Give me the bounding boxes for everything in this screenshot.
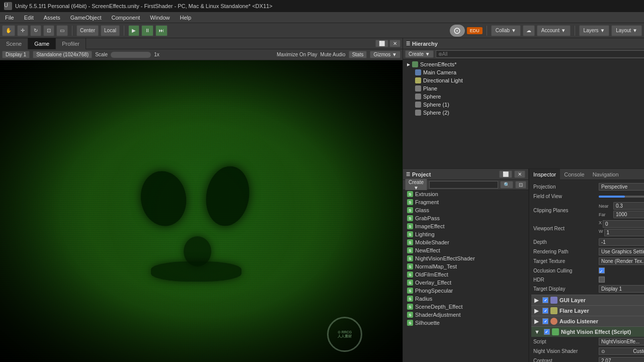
menubar: File Edit Assets GameObject Component Wi… bbox=[0, 12, 644, 23]
hier-item-label: Sphere bbox=[423, 94, 441, 100]
proj-lighting[interactable]: SLighting bbox=[403, 230, 528, 238]
scale-slider[interactable] bbox=[111, 52, 151, 58]
hierarchy-search[interactable] bbox=[436, 50, 644, 58]
bottom-panels: ☰ Project ⬜ ✕ Create ▼ 🔍 ⊡ SExtrusion SF… bbox=[403, 169, 644, 362]
hier-main-camera[interactable]: Main Camera bbox=[404, 68, 644, 76]
proj-oldfilm[interactable]: SOldFilmEffect bbox=[403, 270, 528, 279]
tab-game[interactable]: Game bbox=[28, 38, 56, 49]
project-maximize[interactable]: ⬜ bbox=[499, 170, 512, 178]
scale-tool[interactable]: ⊡ bbox=[43, 25, 54, 36]
script-dropdown[interactable]: NightVisionEffe... ⊙ bbox=[599, 338, 644, 345]
proj-silhouette[interactable]: SSilhouette bbox=[403, 319, 528, 327]
proj-fragment[interactable]: SFragment bbox=[403, 198, 528, 206]
viewport-x[interactable] bbox=[603, 220, 644, 228]
rotate-tool[interactable]: ↻ bbox=[30, 25, 41, 36]
project-search-btn[interactable]: 🔍 bbox=[500, 181, 513, 189]
target-texture-dropdown[interactable]: None (Render Tex... ⊙ bbox=[599, 257, 644, 265]
menu-file[interactable]: File bbox=[0, 14, 19, 22]
hier-plane[interactable]: Plane bbox=[404, 84, 644, 93]
flare-layer-check[interactable]: ✓ bbox=[542, 308, 548, 314]
w-label: W bbox=[599, 229, 603, 236]
far-value[interactable]: 1000 bbox=[613, 211, 644, 218]
cloud-btn[interactable]: ☁ bbox=[523, 25, 535, 36]
proj-neweffect[interactable]: SNewEffect bbox=[403, 246, 528, 254]
proj-overlay[interactable]: SOverlay_Effect bbox=[403, 279, 528, 287]
play-btn[interactable]: ▶ bbox=[128, 25, 139, 36]
menu-help[interactable]: Help bbox=[175, 14, 196, 22]
tab-navigation[interactable]: Navigation bbox=[589, 169, 623, 180]
projection-dropdown[interactable]: Perspective ▼ bbox=[599, 183, 644, 191]
proj-nightvision[interactable]: SNightVisionEffectShader bbox=[403, 254, 528, 262]
display-dropdown[interactable]: Display 1 bbox=[2, 51, 30, 58]
proj-shaderadj[interactable]: SShaderAdjustment bbox=[403, 311, 528, 319]
project-search[interactable] bbox=[429, 181, 498, 189]
gui-layer-check[interactable]: ✓ bbox=[542, 297, 548, 303]
hierarchy-create-btn[interactable]: Create ▼ bbox=[405, 50, 434, 58]
nv-check[interactable]: ✓ bbox=[544, 329, 550, 335]
mute-toggle[interactable]: Mute Audio bbox=[320, 52, 346, 57]
proj-radius[interactable]: SRadius bbox=[403, 295, 528, 303]
menu-assets[interactable]: Assets bbox=[39, 14, 65, 22]
rect-tool[interactable]: ▭ bbox=[56, 25, 68, 36]
proj-glass[interactable]: SGlass bbox=[403, 206, 528, 214]
fov-slider[interactable] bbox=[599, 196, 644, 198]
proj-normalmap[interactable]: SNormalMap_Test bbox=[403, 262, 528, 270]
stats-btn[interactable]: Stats bbox=[349, 51, 367, 58]
logo-overlay: ⊙ RRCG 人人素材 bbox=[327, 317, 362, 352]
menu-edit[interactable]: Edit bbox=[19, 14, 39, 22]
rendering-path-dropdown[interactable]: Use Graphics Setting ▼ bbox=[599, 248, 644, 255]
hier-item-label: Sphere (1) bbox=[423, 102, 449, 108]
night-vision-header[interactable]: ▼ ✓ Night Vision Effect (Script) ⚙ ✏ bbox=[531, 326, 644, 337]
close-icon[interactable]: ✕ bbox=[389, 40, 400, 47]
gizmos-btn[interactable]: Gizmos ▼ bbox=[370, 51, 400, 58]
menu-gameobject[interactable]: GameObject bbox=[65, 14, 107, 22]
move-tool[interactable]: ✛ bbox=[17, 25, 28, 36]
occlusion-checkbox[interactable] bbox=[599, 267, 605, 274]
maximize-icon[interactable]: ⬜ bbox=[375, 40, 388, 47]
hier-sphere[interactable]: Sphere bbox=[404, 93, 644, 101]
target-display-dropdown[interactable]: Display 1 ▼ bbox=[599, 285, 644, 293]
depth-value[interactable]: -1 bbox=[599, 238, 644, 246]
project-filter-btn[interactable]: ⊡ bbox=[515, 181, 526, 189]
resolution-dropdown[interactable]: Standalone (1024x768) bbox=[33, 51, 92, 58]
proj-phong[interactable]: SPhongSpecular bbox=[403, 287, 528, 295]
collab-btn[interactable]: Collab ▼ bbox=[491, 25, 521, 36]
pause-btn[interactable]: ⏸ bbox=[141, 25, 153, 36]
account-btn[interactable]: Account ▼ bbox=[537, 25, 571, 36]
menu-component[interactable]: Component bbox=[106, 14, 145, 22]
hier-directional-light[interactable]: Directional Light bbox=[404, 76, 644, 84]
menu-window[interactable]: Window bbox=[145, 14, 175, 22]
hdr-checkbox[interactable] bbox=[599, 277, 605, 283]
project-create-btn[interactable]: Create ▼ bbox=[405, 178, 427, 192]
hier-sphere-1[interactable]: Sphere (1) bbox=[404, 101, 644, 109]
pivot-local-btn[interactable]: Local bbox=[101, 25, 120, 36]
maximize-toggle[interactable]: Maximize On Play bbox=[277, 52, 317, 57]
project-close[interactable]: ✕ bbox=[514, 170, 525, 178]
hand-tool[interactable]: ✋ bbox=[2, 25, 15, 36]
clipping-row: Clipping Planes Near 0.3 Far 1000 bbox=[531, 201, 644, 219]
tab-console[interactable]: Console bbox=[560, 169, 588, 180]
flare-layer-header[interactable]: ▶ ✓ Flare Layer ⚙ ✏ bbox=[531, 305, 644, 316]
contrast-value[interactable]: 2.07 bbox=[599, 357, 644, 362]
audio-listener-header[interactable]: ▶ ✓ Audio Listener ⚙ ✏ bbox=[531, 316, 644, 326]
near-value[interactable]: 0.3 bbox=[613, 202, 644, 210]
step-btn[interactable]: ⏭ bbox=[155, 25, 168, 36]
proj-scenedepth[interactable]: SSceneDepth_Effect bbox=[403, 303, 528, 311]
hier-sphere-2[interactable]: Sphere (2) bbox=[404, 109, 644, 117]
viewport-w[interactable] bbox=[604, 229, 644, 236]
hier-screen-effects[interactable]: ▶ ScreenEffects* 🔒 bbox=[404, 60, 644, 68]
gui-layer-header[interactable]: ▶ ✓ GUI Layer ⚙ ✏ bbox=[531, 295, 644, 305]
proj-grabpass[interactable]: SGrabPass bbox=[403, 214, 528, 222]
audio-listener-check[interactable]: ✓ bbox=[542, 318, 548, 324]
proj-imageeffect[interactable]: SImageEffect bbox=[403, 222, 528, 230]
proj-extrusion[interactable]: SExtrusion bbox=[403, 190, 528, 198]
tab-scene[interactable]: Scene bbox=[0, 38, 28, 49]
layers-btn[interactable]: Layers ▼ bbox=[579, 25, 610, 36]
pivot-center-btn[interactable]: Center bbox=[76, 25, 99, 36]
nv-shader-dropdown[interactable]: ⊙ Custom Shader ⊙ bbox=[599, 347, 644, 355]
script-value: NightVisionEffe... bbox=[601, 339, 639, 344]
tab-inspector[interactable]: Inspector bbox=[529, 169, 560, 180]
tab-profiler[interactable]: Profiler bbox=[56, 38, 86, 49]
layout-btn[interactable]: Layout ▼ bbox=[611, 25, 642, 36]
proj-mobileshader[interactable]: SMobileShader bbox=[403, 238, 528, 246]
